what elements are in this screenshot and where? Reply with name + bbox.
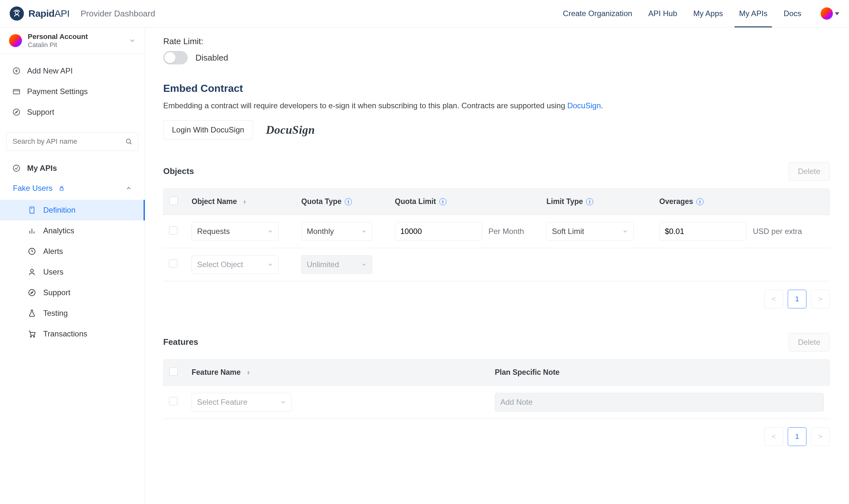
nav-docs[interactable]: Docs bbox=[783, 0, 801, 27]
pager-next-button[interactable]: > bbox=[811, 427, 830, 446]
object-name-select-placeholder[interactable]: Select Object bbox=[192, 255, 279, 274]
tab-support-api[interactable]: Support bbox=[0, 282, 145, 303]
limit-type-select[interactable]: Soft Limit bbox=[547, 222, 634, 241]
chevron-down-icon bbox=[267, 229, 273, 234]
user-icon bbox=[28, 268, 36, 276]
tab-alerts[interactable]: Alerts bbox=[0, 241, 145, 262]
features-table: Feature Name ▲▼ Plan Specific Note Selec… bbox=[163, 359, 830, 419]
api-item-fake-users[interactable]: Fake Users bbox=[0, 179, 145, 198]
svg-rect-4 bbox=[13, 90, 20, 94]
sidebar-item-label: Payment Settings bbox=[27, 87, 88, 96]
svg-rect-12 bbox=[30, 207, 34, 213]
col-plan-note: Plan Specific Note bbox=[495, 368, 560, 376]
search-icon bbox=[125, 138, 132, 145]
tab-definition[interactable]: Definition bbox=[0, 200, 145, 220]
account-switcher[interactable]: Personal Account Catalin Pit bbox=[0, 28, 145, 54]
col-object-name[interactable]: Object Name bbox=[192, 197, 237, 206]
objects-title: Objects bbox=[163, 166, 194, 176]
sidebar-payment-settings[interactable]: Payment Settings bbox=[0, 81, 145, 102]
info-icon[interactable]: i bbox=[696, 198, 704, 205]
search-button[interactable] bbox=[119, 132, 138, 151]
sidebar: Personal Account Catalin Pit Add New API… bbox=[0, 28, 145, 504]
row-checkbox[interactable] bbox=[169, 397, 177, 406]
nav-my-apps[interactable]: My Apps bbox=[693, 0, 723, 27]
search-input[interactable] bbox=[6, 132, 119, 151]
info-icon[interactable]: i bbox=[345, 198, 352, 205]
pager-page-1[interactable]: 1 bbox=[788, 427, 807, 446]
features-delete-button[interactable]: Delete bbox=[789, 333, 830, 352]
objects-pagination: < 1 > bbox=[163, 281, 830, 317]
table-row: Select Object Unlimited bbox=[163, 248, 830, 281]
table-header-row: Object Name ▲▼ Quota Type i Quota Limit … bbox=[163, 188, 830, 215]
rate-limit-toggle[interactable] bbox=[163, 51, 188, 65]
col-limit-type: Limit Type bbox=[547, 197, 583, 206]
api-subnav: Definition Analytics Alerts Users Suppor… bbox=[0, 198, 145, 346]
file-icon bbox=[28, 206, 36, 214]
object-name-select[interactable]: Requests bbox=[192, 222, 279, 241]
svg-point-8 bbox=[126, 139, 130, 143]
sort-icon[interactable]: ▲▼ bbox=[246, 371, 250, 375]
info-icon[interactable]: i bbox=[439, 198, 447, 205]
embed-contract-title: Embed Contract bbox=[163, 83, 830, 94]
quota-type-select-disabled: Unlimited bbox=[301, 255, 372, 274]
sidebar-add-api[interactable]: Add New API bbox=[0, 60, 145, 81]
nav-create-organization[interactable]: Create Organization bbox=[563, 0, 632, 27]
tab-transactions[interactable]: Transactions bbox=[0, 324, 145, 344]
col-feature-name[interactable]: Feature Name bbox=[192, 368, 241, 377]
pager-next-button[interactable]: > bbox=[811, 290, 830, 308]
cart-icon bbox=[28, 330, 36, 338]
objects-delete-button[interactable]: Delete bbox=[789, 162, 830, 181]
svg-rect-11 bbox=[60, 188, 63, 191]
svg-line-9 bbox=[130, 143, 131, 144]
nav-my-apis[interactable]: My APIs bbox=[739, 0, 767, 27]
sidebar-support[interactable]: Support bbox=[0, 102, 145, 123]
row-checkbox[interactable] bbox=[169, 259, 177, 268]
brand-logo-icon bbox=[10, 6, 24, 21]
pager-prev-button[interactable]: < bbox=[764, 427, 783, 446]
rate-limit-state: Disabled bbox=[195, 53, 228, 63]
main-content: Rate Limit: Disabled Embed Contract Embe… bbox=[145, 28, 849, 504]
chevron-down-icon bbox=[267, 262, 273, 268]
select-all-checkbox[interactable] bbox=[169, 367, 178, 376]
login-docusign-button[interactable]: Login With DocuSign bbox=[163, 120, 253, 140]
info-icon[interactable]: i bbox=[586, 198, 593, 205]
quota-type-select[interactable]: Monthly bbox=[301, 222, 372, 241]
plus-circle-icon bbox=[12, 67, 21, 75]
col-quota-type: Quota Type bbox=[301, 197, 342, 206]
sidebar-item-label: My APIs bbox=[27, 164, 57, 173]
compass-icon bbox=[12, 108, 21, 116]
embed-contract-description: Embedding a contract will require develo… bbox=[163, 100, 830, 111]
row-checkbox[interactable] bbox=[169, 226, 177, 235]
table-row: Select Feature bbox=[163, 386, 830, 419]
brand[interactable]: RapidAPI Provider Dashboard bbox=[10, 6, 155, 21]
features-title: Features bbox=[163, 337, 198, 347]
tab-users[interactable]: Users bbox=[0, 262, 145, 282]
plan-note-input[interactable] bbox=[495, 393, 824, 412]
feature-select[interactable]: Select Feature bbox=[192, 393, 292, 412]
api-name-label: Fake Users bbox=[13, 184, 53, 193]
col-overages: Overages bbox=[659, 197, 693, 206]
quota-limit-input[interactable] bbox=[395, 222, 482, 241]
user-menu[interactable] bbox=[820, 7, 839, 20]
flask-icon bbox=[28, 309, 36, 318]
table-row: Requests Monthly Per Month bbox=[163, 215, 830, 248]
nav-api-hub[interactable]: API Hub bbox=[648, 0, 677, 27]
sort-icon[interactable]: ▲▼ bbox=[243, 200, 247, 204]
overage-input[interactable] bbox=[659, 222, 746, 241]
caret-down-icon bbox=[835, 12, 839, 15]
top-bar: RapidAPI Provider Dashboard Create Organ… bbox=[0, 0, 849, 28]
svg-point-10 bbox=[13, 165, 20, 172]
tab-analytics[interactable]: Analytics bbox=[0, 220, 145, 241]
docusign-logo-icon: DocuSign bbox=[266, 123, 315, 137]
sidebar-item-label: Definition bbox=[43, 205, 75, 215]
api-search bbox=[0, 129, 145, 158]
tab-testing[interactable]: Testing bbox=[0, 303, 145, 324]
avatar-icon bbox=[820, 7, 833, 20]
credit-card-icon bbox=[12, 87, 21, 96]
sidebar-my-apis-header[interactable]: My APIs bbox=[0, 158, 145, 179]
pager-page-1[interactable]: 1 bbox=[788, 290, 807, 308]
pager-prev-button[interactable]: < bbox=[764, 290, 783, 308]
account-type: Personal Account bbox=[28, 33, 88, 40]
docusign-link[interactable]: DocuSign bbox=[567, 101, 601, 110]
select-all-checkbox[interactable] bbox=[169, 197, 178, 205]
